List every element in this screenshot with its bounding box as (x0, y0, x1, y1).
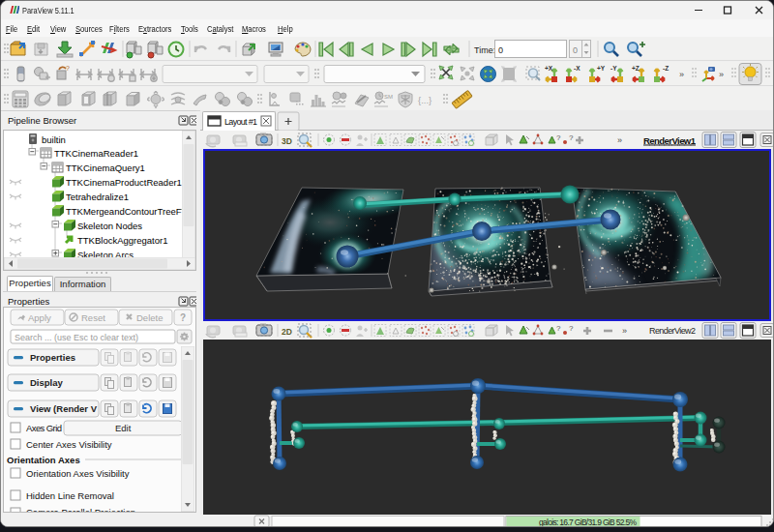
svg-text:builtin: builtin (42, 134, 66, 145)
svg-text:2D: 2D (282, 327, 292, 337)
svg-text:Display: Display (30, 377, 64, 388)
svg-text:TTKCinemaProductReader1: TTKCinemaProductReader1 (66, 177, 182, 188)
svg-text:{...}: {...} (418, 95, 432, 105)
svg-text:Edit: Edit (115, 423, 132, 433)
svg-text:TTKBlockAggregator1: TTKBlockAggregator1 (77, 235, 167, 246)
svg-text:Orientation Axes: Orientation Axes (7, 455, 80, 465)
svg-text:Properties: Properties (30, 352, 75, 363)
svg-text:»: » (617, 135, 622, 145)
svg-text:galois: 16.7 GiB/31.9 GiB 52.5: galois: 16.7 GiB/31.9 GiB 52.5% (539, 517, 637, 527)
svg-text:Tetrahedralize1: Tetrahedralize1 (66, 192, 129, 202)
svg-text:?: ? (569, 133, 574, 142)
svg-text:-X: -X (574, 65, 580, 72)
svg-text:TTKCinemaQuery1: TTKCinemaQuery1 (66, 163, 145, 173)
svg-text:»: » (622, 326, 627, 336)
svg-text:RenderView1: RenderView1 (643, 135, 697, 146)
svg-text:3D: 3D (282, 136, 292, 146)
svg-text:Reset: Reset (81, 312, 105, 323)
svg-text:-Z: -Z (663, 65, 669, 72)
svg-text:0: 0 (573, 45, 578, 55)
svg-text:Layout #1: Layout #1 (224, 117, 257, 127)
svg-text:Orientation Axes Visibility: Orientation Axes Visibility (26, 468, 130, 479)
svg-text:TTKMergeandContourTreeFTM1: TTKMergeandContourTreeFTM1 (66, 206, 195, 217)
svg-text:View (Render V: View (Render V (30, 403, 98, 414)
svg-text:0: 0 (498, 45, 503, 55)
svg-text:?: ? (66, 65, 70, 72)
svg-text:+X: +X (545, 65, 553, 72)
svg-text:+Z: +Z (632, 65, 640, 72)
svg-text:Axes Grid: Axes Grid (26, 423, 62, 433)
svg-text:Skeleton Nodes: Skeleton Nodes (77, 221, 142, 231)
svg-text:SM: SM (384, 94, 393, 100)
svg-text:Delete: Delete (136, 312, 163, 323)
svg-text:Time:: Time: (474, 45, 495, 55)
svg-text:?: ? (569, 324, 574, 333)
svg-text:-Y: -Y (610, 65, 617, 72)
svg-text:Apply: Apply (28, 312, 51, 323)
svg-text:»: » (719, 70, 724, 79)
svg-text:Center Axes Visibility: Center Axes Visibility (26, 439, 112, 450)
svg-text:+Y: +Y (597, 65, 606, 72)
svg-text:TTKCinemaReader1: TTKCinemaReader1 (54, 148, 138, 159)
svg-text:?: ? (556, 133, 561, 142)
svg-text:Hidden Line Removal: Hidden Line Removal (26, 490, 114, 501)
svg-text:?: ? (180, 312, 186, 323)
svg-text:Camera Parallel Projection: Camera Parallel Projection (26, 507, 135, 512)
svg-text:?: ? (556, 324, 561, 333)
svg-text:»: » (679, 70, 684, 79)
svg-text:RenderView2: RenderView2 (649, 326, 696, 336)
svg-text:Search ... (use Esc to clear t: Search ... (use Esc to clear text) (15, 333, 138, 342)
